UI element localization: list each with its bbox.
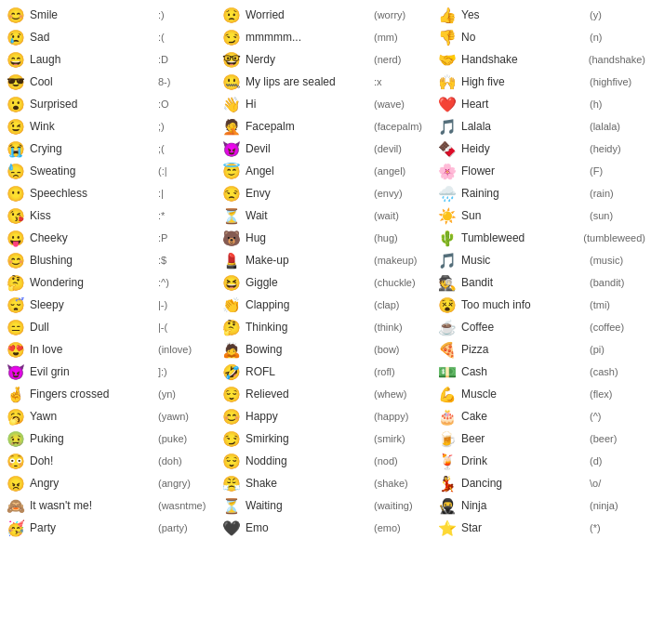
list-item[interactable]: 😆Giggle(chuckle) — [218, 271, 433, 294]
emoji-icon: 🤝 — [437, 51, 458, 69]
list-item[interactable]: 😒Envy(envy) — [218, 182, 433, 204]
list-item[interactable]: 🤣ROFL(rofl) — [218, 361, 433, 383]
list-item[interactable]: 😌Relieved(whew) — [218, 383, 433, 405]
list-item[interactable]: 💄Make-up(makeup) — [218, 249, 433, 271]
list-item[interactable]: 💪Muscle(flex) — [433, 383, 649, 405]
list-item[interactable]: 😎Cool8-) — [2, 71, 218, 93]
list-item[interactable]: 😠Angry(angry) — [2, 472, 218, 494]
emoji-name: Laugh — [26, 53, 158, 66]
list-item[interactable]: 🙇Bowing(bow) — [218, 338, 433, 361]
emoji-icon: 🍕 — [437, 341, 458, 359]
emoji-name: Party — [26, 521, 158, 534]
emoji-code: (wait) — [374, 210, 430, 221]
list-item[interactable]: 🥷Ninja(ninja) — [433, 494, 649, 517]
list-item[interactable]: 😏mmmmm...(mm) — [218, 26, 433, 48]
list-item[interactable]: ⭐Star(*) — [433, 517, 649, 539]
list-item[interactable]: 😈Evil grin]:) — [2, 361, 218, 383]
list-item[interactable]: 🤐My lips are sealed:x — [218, 71, 433, 93]
list-item[interactable]: 😏Smirking(smirk) — [218, 427, 433, 450]
emoji-name: Smile — [26, 8, 158, 21]
list-item[interactable]: 😶Speechless:| — [2, 182, 218, 204]
emoji-code: (envy) — [374, 188, 430, 199]
list-item[interactable]: 💵Cash(cash) — [433, 361, 649, 383]
list-item[interactable]: 😊Blushing:$ — [2, 249, 218, 271]
list-item[interactable]: 🤦Facepalm(facepalm) — [218, 115, 433, 138]
list-item[interactable]: 🖤Emo(emo) — [218, 517, 433, 539]
list-item[interactable]: 👍Yes(y) — [433, 4, 649, 26]
list-item[interactable]: 💃Dancing\o/ — [433, 472, 649, 494]
list-item[interactable]: 🐻Hug(hug) — [218, 227, 433, 249]
list-item[interactable]: 🎵Music(music) — [433, 249, 649, 271]
list-item[interactable]: 🤞Fingers crossed(yn) — [2, 383, 218, 405]
list-item[interactable]: 🍕Pizza(pi) — [433, 338, 649, 361]
list-item[interactable]: 🤢Puking(puke) — [2, 427, 218, 450]
list-item[interactable]: 🙈It wasn't me!(wasntme) — [2, 494, 218, 517]
list-item[interactable]: 😘Kiss:* — [2, 204, 218, 227]
list-item[interactable]: 😈Devil(devil) — [218, 138, 433, 160]
emoji-code: (^) — [590, 411, 645, 422]
emoji-name: Cake — [458, 410, 590, 423]
list-item[interactable]: ⏳Waiting(waiting) — [218, 494, 433, 517]
list-item[interactable]: ❤️Heart(h) — [433, 93, 649, 115]
list-item[interactable]: 🕵️Bandit(bandit) — [433, 271, 649, 294]
list-item[interactable]: 🤓Nerdy(nerd) — [218, 48, 433, 71]
emoji-code: (rofl) — [374, 366, 430, 377]
list-item[interactable]: 😓Sweating(:| — [2, 160, 218, 182]
emoji-name: Envy — [242, 187, 374, 200]
list-item[interactable]: 👏Clapping(clap) — [218, 294, 433, 316]
list-item[interactable]: 🍺Beer(beer) — [433, 427, 649, 450]
list-item[interactable]: 😮Surprised:O — [2, 93, 218, 115]
list-item[interactable]: 🍹Drink(d) — [433, 450, 649, 472]
list-item[interactable]: 😭Crying;( — [2, 138, 218, 160]
emoji-icon: ⭐ — [437, 519, 458, 537]
list-item[interactable]: ☀️Sun(sun) — [433, 204, 649, 227]
list-item[interactable]: 🤔Thinking(think) — [218, 316, 433, 338]
list-item[interactable]: 😟Worried(worry) — [218, 4, 433, 26]
list-item[interactable]: 🍫Heidy(heidy) — [433, 138, 649, 160]
list-item[interactable]: 😄Laugh:D — [2, 48, 218, 71]
emoji-code: (puke) — [158, 433, 214, 444]
emoji-icon: 👍 — [437, 7, 458, 24]
list-item[interactable]: 😑Dull|-( — [2, 316, 218, 338]
emoji-icon: 🍹 — [437, 453, 458, 470]
emoji-icon: 🤦 — [221, 118, 242, 136]
list-item[interactable]: 😴Sleepy|-) — [2, 294, 218, 316]
emoji-icon: 🥱 — [6, 408, 26, 426]
emoji-name: Raining — [458, 187, 590, 200]
list-item[interactable]: 👎No(n) — [433, 26, 649, 48]
emoji-icon: 😏 — [221, 430, 242, 448]
list-item[interactable]: 🌸Flower(F) — [433, 160, 649, 182]
emoji-icon: 😌 — [221, 386, 242, 403]
list-item[interactable]: 🌵Tumbleweed(tumbleweed) — [433, 227, 649, 249]
list-item[interactable]: 😳Doh!(doh) — [2, 450, 218, 472]
list-item[interactable]: 🤔Wondering:^) — [2, 271, 218, 294]
list-item[interactable]: 😤Shake(shake) — [218, 472, 433, 494]
emoji-code: :| — [158, 188, 214, 199]
list-item[interactable]: 😉Wink;) — [2, 115, 218, 138]
emoji-icon: 😵 — [437, 296, 458, 314]
list-item[interactable]: 😊Happy(happy) — [218, 405, 433, 427]
list-item[interactable]: ⏳Wait(wait) — [218, 204, 433, 227]
list-item[interactable]: 🌧️Raining(rain) — [433, 182, 649, 204]
list-item[interactable]: 🥱Yawn(yawn) — [2, 405, 218, 427]
list-item[interactable]: 😵Too much info(tmi) — [433, 294, 649, 316]
list-item[interactable]: 😛Cheeky:P — [2, 227, 218, 249]
emoji-name: It wasn't me! — [26, 499, 158, 512]
list-item[interactable]: 😌Nodding(nod) — [218, 450, 433, 472]
list-item[interactable]: 👋Hi(wave) — [218, 93, 433, 115]
list-item[interactable]: 🎂Cake(^) — [433, 405, 649, 427]
list-item[interactable]: 😍In love(inlove) — [2, 338, 218, 361]
emoji-name: Wait — [242, 209, 374, 222]
list-item[interactable]: 😢Sad:( — [2, 26, 218, 48]
list-item[interactable]: 🎵Lalala(lalala) — [433, 115, 649, 138]
emoji-icon: 💪 — [437, 386, 458, 403]
emoji-icon: 😶 — [6, 185, 26, 203]
emoji-code: (nerd) — [374, 54, 430, 65]
list-item[interactable]: 🙌High five(highfive) — [433, 71, 649, 93]
emoji-code: (angry) — [158, 478, 214, 489]
list-item[interactable]: 🤝Handshake(handshake) — [433, 48, 649, 71]
list-item[interactable]: ☕Coffee(coffee) — [433, 316, 649, 338]
list-item[interactable]: 😊Smile:) — [2, 4, 218, 26]
list-item[interactable]: 🥳Party(party) — [2, 517, 218, 539]
list-item[interactable]: 😇Angel(angel) — [218, 160, 433, 182]
